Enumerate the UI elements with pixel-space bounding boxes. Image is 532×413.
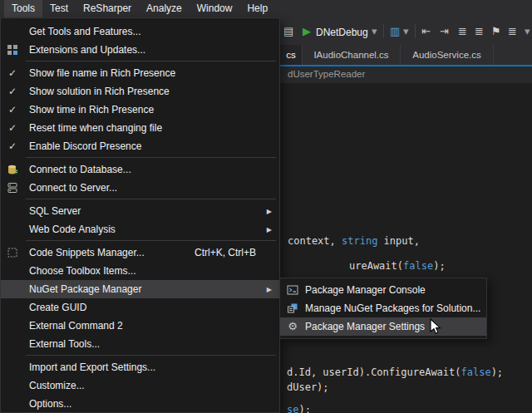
menubar-item-analyze[interactable]: Analyze (139, 0, 190, 17)
menubar-item-resharper[interactable]: ReSharper (76, 0, 139, 17)
code-line: se); (287, 404, 311, 413)
menu-item-label: Show time in Rich Presence (29, 104, 154, 116)
code-line: dUser); (287, 381, 329, 393)
code-line: d.Id, userId).ConfigureAwait(false); (287, 366, 503, 378)
menu-item-connect-to-server[interactable]: Connect to Server... (1, 179, 279, 197)
menu-item-label: Show solution in Rich Presence (29, 86, 170, 97)
menu-item-enable-discord-presence[interactable]: ✓Enable Discord Presence (1, 137, 279, 155)
menu-item-extensions-and-updates[interactable]: Extensions and Updates... (1, 41, 279, 59)
code-segment: ); (298, 404, 310, 413)
tab-audioservice-cs[interactable]: AudioService.cs (401, 45, 494, 65)
menu-item-sql-server[interactable]: SQL Server▶ (1, 202, 279, 220)
toolbar-overflow-icon[interactable]: ▾ (525, 25, 530, 38)
menu-item-label: Choose Toolbox Items... (29, 265, 136, 277)
window-grid-icon[interactable]: ▤ (283, 25, 293, 38)
menu-item-create-guid[interactable]: Create GUID (1, 298, 279, 317)
code-segment: dUser); (287, 381, 329, 393)
menu-item-label: Import and Export Settings... (29, 361, 155, 373)
snippets-icon (1, 247, 24, 258)
menu-item-label: SQL Server (29, 205, 81, 217)
code-segment: string (342, 235, 377, 247)
menu-item-label: External Command 2 (29, 320, 123, 332)
tab-label: IAudioChannel.cs (313, 50, 388, 60)
navigate-back-icon[interactable]: ⇤ (421, 25, 431, 38)
menubar-item-test[interactable]: Test (42, 0, 76, 17)
menu-item-shortcut: Ctrl+K, Ctrl+B (195, 247, 256, 258)
checkmark-icon: ✓ (1, 104, 24, 116)
line-indent-icon[interactable]: ≣ (458, 25, 467, 38)
menu-item-reset-time-when-changing-file[interactable]: ✓Reset time when changing file (1, 119, 279, 137)
menu-item-label: Reset time when changing file (29, 122, 162, 134)
menu-item-label: NuGet Package Manager (29, 283, 141, 295)
extensions-icon (1, 44, 24, 56)
submenu-arrow-icon: ▶ (267, 286, 272, 293)
submenu-item-label: Package Manager Console (305, 284, 426, 296)
menu-item-choose-toolbox-items[interactable]: Choose Toolbox Items... (1, 262, 279, 280)
submenu-arrow-icon: ▶ (267, 226, 272, 234)
tool-window-caret-icon[interactable]: ▾ (403, 25, 409, 38)
submenu-item-package-manager-console[interactable]: Package Manager Console (280, 281, 486, 299)
tab-label: cs (286, 50, 296, 60)
bookmark-icon[interactable]: ⚑ (491, 25, 501, 38)
code-segment: input, (377, 235, 420, 247)
menubar: ToolsTestReSharperAnalyzeWindowHelp (0, 0, 532, 17)
code-segment: false (461, 366, 491, 378)
nuget-submenu: Package Manager ConsoleManage NuGet Pack… (279, 278, 487, 339)
menu-item-get-tools-and-features[interactable]: Get Tools and Features... (1, 22, 279, 41)
menu-item-label: Web Code Analysis (29, 224, 116, 235)
menu-item-import-and-export-settings[interactable]: Import and Export Settings... (1, 358, 279, 376)
list-members-icon[interactable]: ≣ (508, 25, 517, 38)
menu-item-label: Get Tools and Features... (29, 26, 141, 37)
menu-item-show-file-name-in-rich-presence[interactable]: ✓Show file name in Rich Presence (1, 64, 279, 82)
console-icon (280, 284, 305, 296)
menu-item-customize[interactable]: Customize... (1, 376, 279, 395)
debug-target-label[interactable]: DNetDebug (316, 27, 368, 38)
visual-studio-window: ToolsTestReSharperAnalyzeWindowHelp DNet… (0, 0, 532, 413)
run-icon[interactable]: ▶ (303, 25, 311, 38)
menu-item-external-command-2[interactable]: External Command 2 (1, 317, 279, 335)
tab-iaudiochannel-cs[interactable]: IAudioChannel.cs (303, 45, 401, 65)
menu-item-external-tools[interactable]: External Tools... (1, 335, 279, 353)
code-segment: ); (433, 260, 445, 272)
navigate-forward-icon[interactable]: ⇥ (440, 25, 449, 38)
checkmark-icon: ✓ (1, 86, 24, 97)
checkmark-icon: ✓ (1, 122, 24, 134)
menubar-item-help[interactable]: Help (239, 0, 275, 17)
submenu-item-label: Manage NuGet Packages for Solution... (305, 302, 480, 314)
toolbar-separator (383, 24, 384, 38)
menu-item-web-code-analysis[interactable]: Web Code Analysis▶ (1, 220, 279, 238)
gear-icon: ⚙ (280, 321, 305, 332)
tab-cs[interactable]: cs (280, 45, 303, 65)
menu-item-label: Customize... (29, 380, 85, 391)
breadcrumb: dUserTypeReader (288, 69, 365, 79)
tool-window-icon[interactable]: ▥ (390, 25, 400, 38)
menubar-item-window[interactable]: Window (190, 0, 240, 17)
menu-item-label: External Tools... (29, 338, 100, 350)
database-icon (1, 164, 24, 175)
menu-item-nuget-package-manager[interactable]: NuGet Package Manager▶ (1, 280, 279, 298)
menu-item-show-time-in-rich-presence[interactable]: ✓Show time in Rich Presence (1, 101, 279, 119)
menu-item-code-snippets-manager[interactable]: Code Snippets Manager...Ctrl+K, Ctrl+B (1, 243, 279, 262)
menu-item-options[interactable]: Options... (1, 395, 279, 413)
menu-item-label: Connect to Server... (29, 182, 117, 194)
menu-item-label: Code Snippets Manager... (29, 247, 145, 258)
line-outdent-icon[interactable]: ≣ (475, 25, 484, 38)
mouse-cursor (430, 318, 442, 336)
code-segment: context, (288, 235, 342, 247)
menu-item-label: Create GUID (29, 302, 86, 313)
menu-item-show-solution-in-rich-presence[interactable]: ✓Show solution in Rich Presence (1, 82, 279, 101)
toolbar-separator (415, 24, 416, 38)
menu-item-label: Options... (29, 398, 71, 410)
nuget-package-icon (280, 302, 305, 314)
menubar-item-tools[interactable]: Tools (4, 0, 42, 17)
submenu-item-manage-nuget-packages-for-solution[interactable]: Manage NuGet Packages for Solution... (280, 299, 486, 317)
menu-item-label: Connect to Database... (29, 164, 131, 175)
menu-item-label: Enable Discord Presence (29, 140, 141, 152)
code-line: context, string input, (288, 235, 420, 247)
server-icon (1, 182, 24, 194)
submenu-item-package-manager-settings[interactable]: ⚙Package Manager Settings (280, 317, 486, 336)
checkmark-icon: ✓ (1, 67, 24, 79)
menu-item-label: Extensions and Updates... (29, 44, 145, 56)
debug-target-caret-icon[interactable]: ▾ (372, 25, 377, 38)
menu-item-connect-to-database[interactable]: Connect to Database... (1, 160, 279, 179)
